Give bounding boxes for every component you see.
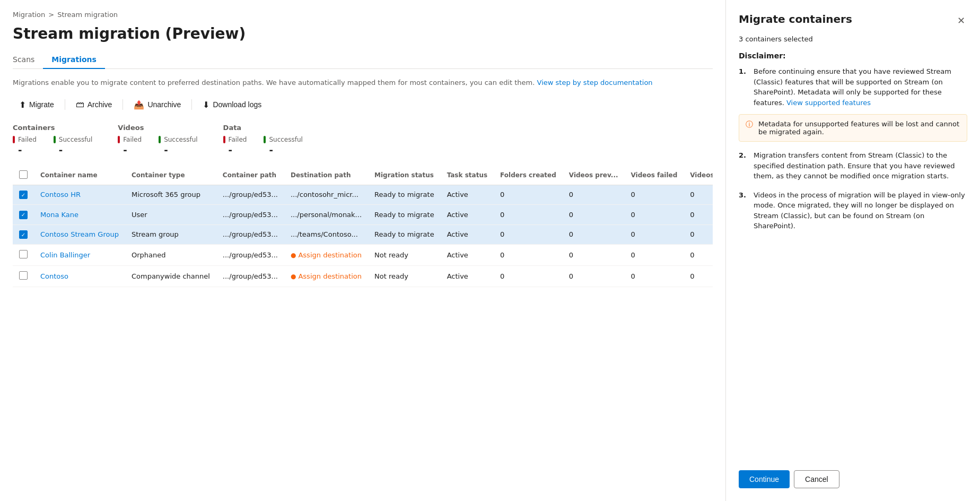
migration-status-1: Ready to migrate [368, 185, 441, 205]
continue-button[interactable]: Continue [739, 470, 790, 488]
step-by-step-link[interactable]: View step by step documentation [537, 79, 653, 87]
task-status-2: Active [441, 205, 494, 225]
panel-step-2: 2. Migration transfers content from Stre… [739, 150, 967, 182]
header-videos-prev[interactable]: Videos prev... [563, 166, 625, 185]
containers-stats: Containers Failed - Successful - [13, 124, 92, 156]
step-3-text: Videos in the process of migration will … [754, 190, 967, 231]
videos-succ-4: 0 [684, 245, 713, 266]
row-3-checkbox[interactable]: ✓ [19, 230, 28, 239]
toolbar-separator-1 [65, 99, 65, 110]
videos-failed-4: 0 [625, 245, 684, 266]
unarchive-button[interactable]: 📤 Unarchive [127, 97, 187, 113]
tab-migrations[interactable]: Migrations [43, 51, 105, 69]
cancel-button[interactable]: Cancel [794, 470, 839, 488]
successful-bar-data [264, 136, 266, 143]
successful-bar-videos [159, 136, 161, 143]
container-path-1: .../group/ed53... [216, 185, 284, 205]
task-status-3: Active [441, 224, 494, 245]
side-panel: Migrate containers ✕ 3 containers select… [725, 0, 980, 501]
table-header-row: Container name Container type Container … [13, 166, 713, 185]
header-destination-path[interactable]: Destination path [284, 166, 368, 185]
data-failed-stat: Failed - [223, 136, 247, 156]
destination-path-1: .../contosohr_micr... [284, 185, 368, 205]
migration-status-5: Not ready [368, 266, 441, 287]
header-container-path[interactable]: Container path [216, 166, 284, 185]
header-checkbox-col [13, 166, 34, 185]
table-body: ✓Contoso HRMicrosoft 365 group.../group/… [13, 185, 713, 287]
select-all-checkbox[interactable] [19, 170, 28, 179]
breadcrumb: Migration > Stream migration [13, 11, 713, 19]
panel-footer: Continue Cancel [739, 457, 967, 488]
page-title: Stream migration (Preview) [13, 25, 713, 42]
header-migration-status[interactable]: Migration status [368, 166, 441, 185]
container-name-2[interactable]: Mona Kane [40, 211, 78, 219]
container-path-3: .../group/ed53... [216, 224, 284, 245]
row-2-checkbox[interactable]: ✓ [19, 211, 28, 219]
archive-button[interactable]: 🗃 Archive [69, 97, 119, 113]
containers-successful-stat: Successful - [54, 136, 92, 156]
row-4-checkbox[interactable] [19, 250, 28, 258]
videos-succ-5: 0 [684, 266, 713, 287]
step-1-num: 1. [739, 66, 749, 108]
header-videos-failed[interactable]: Videos failed [625, 166, 684, 185]
migrate-icon: ⬆ [19, 100, 26, 110]
videos-failed-stat: Failed - [118, 136, 142, 156]
row-1-checkbox[interactable]: ✓ [19, 191, 28, 199]
videos-prev-2: 0 [563, 205, 625, 225]
row-5-checkbox[interactable] [19, 271, 28, 280]
assign-destination-4[interactable]: ●Assign destination [291, 251, 362, 259]
step-3-num: 3. [739, 190, 749, 231]
successful-bar-containers [54, 136, 56, 143]
header-videos-succ[interactable]: Videos succ... [684, 166, 713, 185]
videos-stats: Videos Failed - Successful - [118, 124, 197, 156]
toolbar-separator-3 [191, 99, 192, 110]
warning-icon: ⓘ [746, 120, 754, 129]
migration-status-2: Ready to migrate [368, 205, 441, 225]
header-container-name[interactable]: Container name [34, 166, 125, 185]
warning-box: ⓘ Metadata for unsupported features will… [739, 114, 967, 142]
destination-path-4: ●Assign destination [284, 245, 368, 266]
task-status-5: Active [441, 266, 494, 287]
container-type-4: Orphaned [125, 245, 216, 266]
panel-steps-2: 2. Migration transfers content from Stre… [739, 150, 967, 231]
panel-close-button[interactable]: ✕ [955, 13, 967, 29]
videos-failed-1: 0 [625, 185, 684, 205]
table-row: ✓Contoso Stream GroupStream group.../gro… [13, 224, 713, 245]
header-task-status[interactable]: Task status [441, 166, 494, 185]
folders-created-5: 0 [494, 266, 563, 287]
videos-prev-4: 0 [563, 245, 625, 266]
description-text: Migrations enable you to migrate content… [13, 77, 713, 88]
breadcrumb-parent[interactable]: Migration [13, 11, 45, 19]
containers-table: Container name Container type Container … [13, 166, 713, 288]
tab-scans[interactable]: Scans [13, 51, 43, 69]
videos-succ-2: 0 [684, 205, 713, 225]
panel-step-1: 1. Before continuing ensure that you hav… [739, 66, 967, 108]
download-logs-button[interactable]: ⬇ Download logs [196, 97, 268, 113]
stats-section: Containers Failed - Successful - [13, 124, 713, 156]
migrate-button[interactable]: ⬆ Migrate [13, 97, 60, 113]
panel-title: Migrate containers [739, 13, 852, 25]
container-name-4[interactable]: Colin Ballinger [40, 251, 90, 259]
task-status-4: Active [441, 245, 494, 266]
videos-failed-5: 0 [625, 266, 684, 287]
videos-prev-3: 0 [563, 224, 625, 245]
migration-status-4: Not ready [368, 245, 441, 266]
warning-text: Metadata for unsupported features will b… [758, 120, 960, 136]
panel-step-3: 3. Videos in the process of migration wi… [739, 190, 967, 231]
videos-prev-5: 0 [563, 266, 625, 287]
videos-prev-1: 0 [563, 185, 625, 205]
containers-selected-label: 3 containers selected [739, 35, 967, 43]
header-folders-created[interactable]: Folders created [494, 166, 563, 185]
folders-created-1: 0 [494, 185, 563, 205]
videos-failed-2: 0 [625, 205, 684, 225]
assign-dot-icon-4: ● [291, 252, 296, 259]
assign-destination-5[interactable]: ●Assign destination [291, 272, 362, 280]
container-name-3[interactable]: Contoso Stream Group [40, 230, 119, 238]
container-name-1[interactable]: Contoso HR [40, 191, 81, 198]
step-1-text: Before continuing ensure that you have r… [754, 66, 967, 108]
view-supported-features-link[interactable]: View supported features [786, 99, 871, 107]
videos-failed-3: 0 [625, 224, 684, 245]
container-name-5[interactable]: Contoso [40, 272, 68, 280]
header-container-type[interactable]: Container type [125, 166, 216, 185]
failed-bar-data [223, 136, 225, 143]
